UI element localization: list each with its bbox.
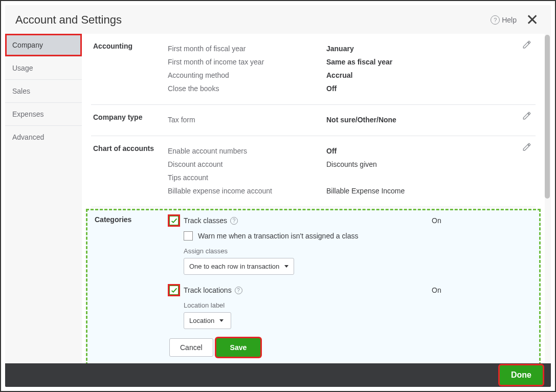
help-icon: ? — [491, 15, 500, 25]
question-icon[interactable]: ? — [230, 217, 238, 225]
track-locations-row: Track locations ? On — [169, 284, 534, 296]
assign-classes-select[interactable]: One to each row in transaction — [184, 258, 294, 275]
location-label-select[interactable]: Location — [184, 312, 231, 329]
save-button[interactable]: Save — [216, 338, 261, 357]
track-classes-row: Track classes ? On — [169, 214, 534, 227]
track-locations-label: Track locations — [184, 286, 232, 294]
chevron-down-icon — [219, 319, 224, 322]
help-label: Help — [502, 16, 517, 24]
track-classes-checkbox[interactable] — [169, 216, 179, 225]
section-title-accounting: Accounting — [91, 42, 168, 95]
cancel-button[interactable]: Cancel — [169, 338, 213, 357]
modal-header: Account and Settings ? Help ✕ — [5, 5, 551, 34]
warn-unassigned-checkbox[interactable] — [184, 231, 193, 241]
sidebar: Company Usage Sales Expenses Advanced — [5, 34, 82, 368]
sidebar-item-advanced[interactable]: Advanced — [5, 126, 82, 148]
assign-classes-label: Assign classes — [184, 247, 534, 255]
track-locations-checkbox[interactable] — [169, 286, 179, 295]
pencil-icon[interactable] — [522, 142, 532, 153]
close-icon[interactable]: ✕ — [524, 15, 541, 25]
track-locations-value: On — [432, 286, 534, 294]
section-chart-of-accounts: Chart of accounts Enable account numbers… — [91, 136, 536, 207]
track-classes-label: Track classes — [184, 216, 227, 225]
section-title-categories: Categories — [93, 214, 169, 357]
track-classes-value: On — [432, 216, 534, 225]
sidebar-item-usage[interactable]: Usage — [5, 57, 82, 80]
warn-unassigned-row: Warn me when a transaction isn't assigne… — [184, 230, 534, 242]
chevron-down-icon — [284, 265, 288, 268]
help-button[interactable]: ? Help — [491, 15, 517, 25]
section-accounting: Accounting First month of fiscal yearJan… — [91, 34, 536, 105]
section-company-type: Company type Tax formNot sure/Other/None — [91, 105, 536, 136]
sidebar-item-sales[interactable]: Sales — [5, 80, 82, 103]
section-categories-highlight: Categories Track classes ? On — [86, 209, 541, 365]
sidebar-item-company[interactable]: Company — [5, 34, 82, 57]
done-button[interactable]: Done — [500, 365, 543, 385]
pencil-icon[interactable] — [522, 111, 532, 121]
modal-footer: Done — [5, 363, 551, 387]
location-label-title: Location label — [184, 301, 534, 309]
question-icon[interactable]: ? — [235, 287, 242, 294]
section-title-company-type: Company type — [91, 113, 168, 126]
scrollbar-thumb[interactable] — [545, 35, 550, 199]
page-title: Account and Settings — [15, 13, 491, 27]
sidebar-item-expenses[interactable]: Expenses — [5, 103, 82, 126]
section-title-chart: Chart of accounts — [91, 144, 168, 198]
warn-unassigned-label: Warn me when a transaction isn't assigne… — [198, 232, 358, 240]
pencil-icon[interactable] — [522, 40, 532, 50]
settings-content[interactable]: Accounting First month of fiscal yearJan… — [82, 34, 545, 368]
